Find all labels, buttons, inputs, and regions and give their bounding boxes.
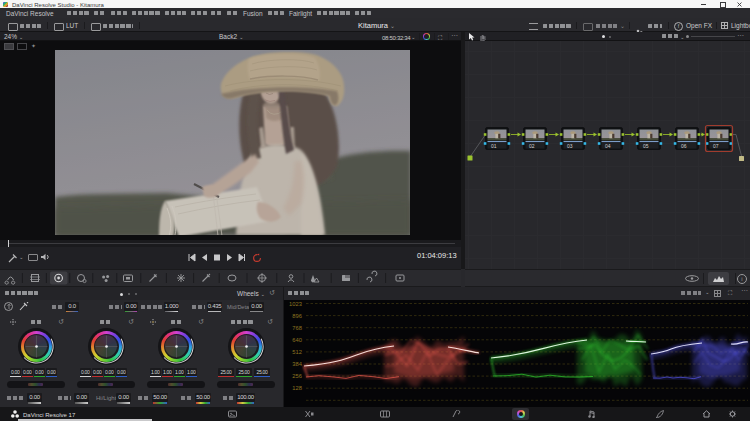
svg-text:640: 640 [292, 337, 302, 343]
svg-text:512: 512 [292, 349, 302, 355]
svg-text:384: 384 [292, 361, 302, 367]
svg-text:1023: 1023 [289, 301, 302, 307]
svg-text:01: 01 [491, 143, 497, 149]
svg-text:03: 03 [567, 143, 573, 149]
svg-text:768: 768 [292, 325, 302, 331]
svg-text:04: 04 [605, 143, 611, 149]
svg-text:256: 256 [292, 373, 302, 379]
svg-text:128: 128 [292, 385, 302, 391]
svg-text:07: 07 [713, 143, 719, 149]
svg-text:06: 06 [681, 143, 687, 149]
svg-text:02: 02 [529, 143, 535, 149]
svg-text:05: 05 [643, 143, 649, 149]
svg-text:896: 896 [292, 313, 302, 319]
